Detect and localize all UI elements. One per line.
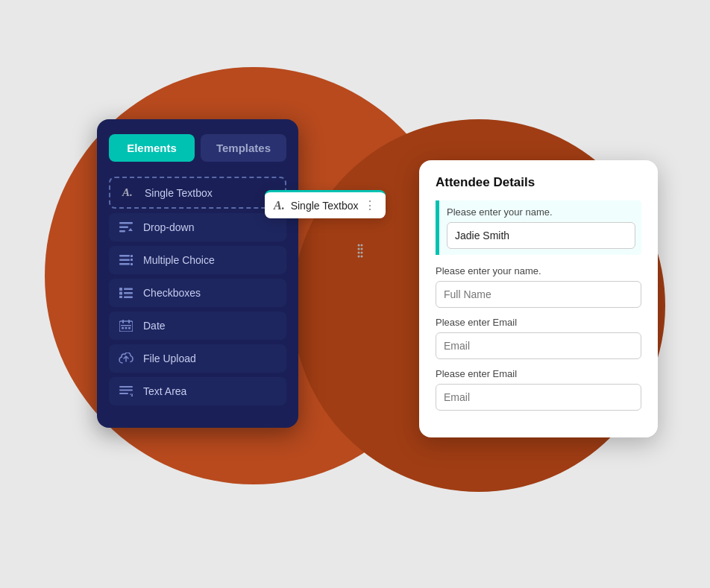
svg-rect-21 [125,327,128,329]
svg-rect-4 [119,255,130,257]
svg-rect-17 [122,320,124,323]
tab-elements[interactable]: Elements [109,134,195,162]
elements-panel: Elements Templates A. Single Textbox Dro… [97,119,298,428]
floating-textbox-icon: A. [274,199,285,212]
single-textbox-icon: A. [119,186,136,199]
single-textbox-label: Single Textbox [145,187,213,199]
svg-rect-13 [124,292,133,294]
svg-point-30 [358,252,360,254]
svg-rect-9 [131,263,133,265]
list-item-multiple-choice[interactable]: Multiple Choice [109,246,286,274]
multiple-choice-label: Multiple Choice [143,254,215,266]
svg-rect-16 [119,321,133,332]
svg-rect-25 [119,393,128,394]
svg-rect-20 [122,327,124,329]
form-card: Attendee Details Please enter your name.… [419,160,658,437]
svg-point-29 [361,248,363,250]
email2-field-label: Please enter Email [436,368,641,379]
file-upload-icon [118,353,134,364]
svg-rect-10 [119,288,122,291]
date-label: Date [143,320,166,332]
floating-textbox-menu-dots[interactable]: ⋮ [364,198,377,212]
svg-rect-23 [119,386,133,388]
svg-point-33 [361,256,363,258]
name-field-input[interactable] [436,281,641,308]
list-item-single-textbox[interactable]: A. Single Textbox [109,177,286,209]
svg-rect-2 [119,230,125,233]
scene: Elements Templates A. Single Textbox Dro… [0,0,710,588]
form-section-email-2: Please enter Email [436,368,641,411]
checkboxes-label: Checkboxes [143,287,201,299]
list-item-date[interactable]: Date [109,312,286,340]
svg-rect-12 [119,292,122,295]
svg-rect-24 [119,390,133,391]
email1-field-input[interactable] [436,332,641,359]
svg-point-31 [361,252,363,254]
svg-rect-5 [119,259,130,262]
name-field-label: Please enter your name. [436,265,641,276]
email1-field-label: Please enter Email [436,317,641,328]
svg-rect-8 [131,259,133,261]
form-card-title: Attendee Details [436,175,641,190]
tab-bar: Elements Templates [109,134,286,162]
list-item-file-upload[interactable]: File Upload [109,344,286,373]
floating-textbox-label: Single Textbox [291,200,359,212]
checkboxes-icon [118,288,134,298]
svg-point-28 [358,248,360,250]
tab-templates[interactable]: Templates [201,134,286,162]
svg-rect-15 [124,297,133,299]
svg-rect-14 [119,296,122,298]
svg-rect-1 [119,227,128,229]
date-icon [118,320,134,332]
svg-point-26 [358,244,360,247]
svg-point-32 [358,256,360,258]
svg-point-27 [361,244,363,247]
email2-field-input[interactable] [436,384,641,411]
svg-rect-7 [131,255,133,257]
dropdown-icon [118,222,134,233]
active-field-label: Please enter your name. [447,206,635,218]
svg-rect-11 [124,288,133,291]
floating-textbox-tooltip[interactable]: A. Single Textbox ⋮ [265,190,386,218]
list-item-dropdown[interactable]: Drop-down [109,213,286,241]
list-item-text-area[interactable]: Text Area [109,377,286,405]
svg-rect-0 [119,222,133,224]
form-section-name: Please enter your name. [436,265,641,308]
svg-marker-3 [128,228,133,231]
grip-handle[interactable] [357,243,363,260]
text-area-icon [118,386,134,396]
svg-rect-19 [121,325,131,326]
dropdown-label: Drop-down [143,221,194,233]
form-section-email-1: Please enter Email [436,317,641,359]
text-area-label: Text Area [143,385,186,397]
active-field-input[interactable] [447,222,635,249]
active-field-container: Please enter your name. [436,200,641,255]
svg-rect-18 [128,320,130,323]
file-upload-label: File Upload [143,353,196,364]
list-item-checkboxes[interactable]: Checkboxes [109,279,286,307]
svg-rect-22 [128,327,131,329]
svg-rect-6 [119,263,130,265]
multiple-choice-icon [118,255,134,265]
